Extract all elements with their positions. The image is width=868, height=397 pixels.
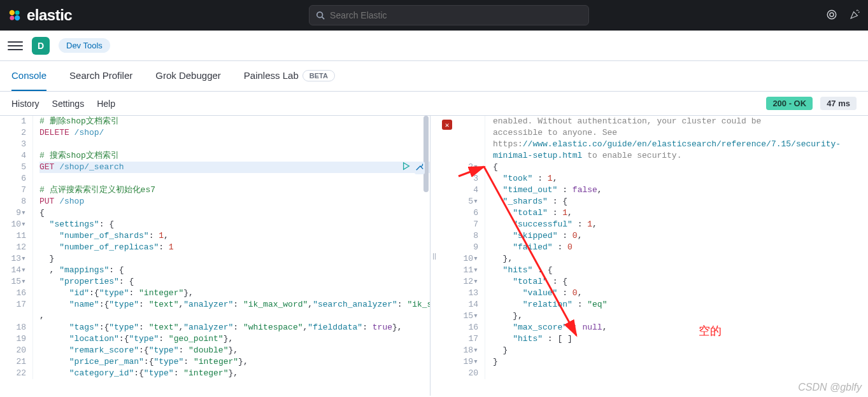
request-code[interactable]: # 删除shop文档索引DELETE /shop/# 搜索shop文档索引GET…	[33, 116, 430, 379]
subbar-right: 200 - OK 47 ms	[766, 97, 857, 110]
editor-area: 123456789▾10▾111213▾14▾15▾16171819202122…	[0, 116, 868, 396]
app-header: D Dev Tools	[0, 31, 868, 61]
error-badge-icon[interactable]: ✕	[442, 120, 452, 130]
celebrate-icon[interactable]	[849, 9, 860, 22]
svg-point-2	[10, 16, 14, 20]
tab-grok-debugger[interactable]: Grok Debugger	[155, 61, 221, 91]
breadcrumb[interactable]: Dev Tools	[59, 38, 110, 53]
topbar-right	[826, 9, 860, 22]
tab-console[interactable]: Console	[11, 61, 46, 91]
topbar: elastic	[0, 0, 868, 31]
pane-splitter[interactable]: ||	[430, 116, 438, 396]
svg-point-3	[15, 15, 20, 20]
space-avatar[interactable]: D	[32, 37, 50, 55]
settings-link[interactable]: Settings	[52, 99, 85, 109]
help-link[interactable]: Help	[97, 99, 115, 109]
svg-line-8	[857, 10, 858, 11]
newsfeed-icon[interactable]	[826, 9, 837, 22]
elastic-logo-icon	[8, 8, 22, 22]
send-request-icon[interactable]	[402, 162, 411, 173]
search-icon	[316, 11, 325, 20]
svg-line-5	[322, 17, 325, 20]
svg-point-6	[827, 10, 836, 19]
response-gutter: 2▾345▾678910▾11▾12▾131415▾161718▾19▾20	[455, 116, 485, 379]
global-search[interactable]	[309, 5, 589, 25]
subbar-left: History Settings Help	[11, 99, 115, 109]
svg-line-9	[858, 11, 860, 13]
request-options-icon[interactable]	[415, 162, 425, 174]
svg-point-0	[10, 10, 15, 15]
tab-painless-lab[interactable]: Painless LabBETA	[244, 61, 335, 91]
svg-point-7	[830, 13, 834, 17]
svg-marker-11	[404, 163, 409, 170]
search-input[interactable]	[330, 10, 582, 20]
status-badge: 200 - OK	[766, 97, 813, 110]
watermark: CSDN @gblfy	[798, 382, 862, 393]
svg-point-4	[317, 12, 323, 18]
svg-line-10	[858, 10, 858, 11]
response-code[interactable]: enabled. Without authentication, your cl…	[487, 116, 868, 379]
devtools-tabs: Console Search Profiler Grok Debugger Pa…	[0, 61, 868, 92]
svg-point-1	[15, 10, 20, 15]
response-pane[interactable]: ✕ 2▾345▾678910▾11▾12▾131415▾161718▾19▾20…	[438, 116, 868, 396]
annotation-text: 空的	[699, 323, 722, 338]
nav-toggle-icon[interactable]	[8, 38, 23, 53]
beta-badge: BETA	[302, 70, 335, 81]
tab-search-profiler[interactable]: Search Profiler	[69, 61, 132, 91]
request-pane[interactable]: 123456789▾10▾111213▾14▾15▾16171819202122…	[0, 116, 430, 396]
request-gutter: 123456789▾10▾111213▾14▾15▾16171819202122	[0, 116, 33, 379]
topbar-center	[72, 5, 826, 25]
request-scrollbar[interactable]	[423, 116, 429, 396]
brand-text: elastic	[27, 6, 72, 24]
timing-badge: 47 ms	[820, 97, 857, 110]
elastic-logo[interactable]: elastic	[8, 6, 72, 24]
response-wrap: ✕ 2▾345▾678910▾11▾12▾131415▾161718▾19▾20…	[438, 116, 868, 396]
console-subbar: History Settings Help 200 - OK 47 ms	[0, 92, 868, 116]
history-link[interactable]: History	[11, 99, 39, 109]
